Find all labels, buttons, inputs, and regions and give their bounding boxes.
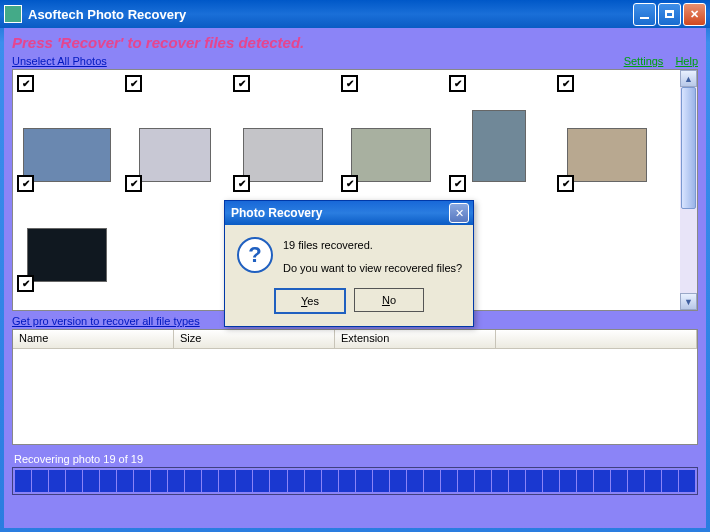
progress-segment <box>185 470 201 492</box>
thumb-checkbox[interactable] <box>449 175 466 192</box>
dialog-buttons: Yes No <box>225 284 473 326</box>
close-button[interactable] <box>683 3 706 26</box>
scroll-down-arrow[interactable]: ▼ <box>680 293 697 310</box>
scroll-thumb[interactable] <box>681 87 696 209</box>
photo-thumb[interactable] <box>121 94 229 194</box>
col-size[interactable]: Size <box>174 330 335 348</box>
photo-thumb[interactable] <box>337 94 445 194</box>
col-extension[interactable]: Extension <box>335 330 496 348</box>
thumb-checkbox[interactable] <box>233 75 250 92</box>
progress-segment <box>15 470 31 492</box>
thumb-image <box>472 110 526 182</box>
photo-thumb[interactable] <box>553 94 661 194</box>
thumb-checkbox[interactable] <box>341 75 358 92</box>
progress-segment <box>628 470 644 492</box>
progress-bar <box>12 467 698 495</box>
thumb-image <box>351 128 431 182</box>
thumb-image <box>23 128 111 182</box>
thumb-checkbox[interactable] <box>341 175 358 192</box>
progress-segment <box>134 470 150 492</box>
yes-button[interactable]: Yes <box>274 288 346 314</box>
vertical-scrollbar[interactable]: ▲ ▼ <box>680 70 697 310</box>
progress-segment <box>424 470 440 492</box>
photo-thumb[interactable] <box>121 76 229 94</box>
progress-segment <box>390 470 406 492</box>
help-link[interactable]: Help <box>675 55 698 67</box>
maximize-button[interactable] <box>658 3 681 26</box>
recovery-dialog: Photo Recovery ✕ ? 19 files recovered. D… <box>224 200 474 327</box>
progress-segment <box>151 470 167 492</box>
window-title: Asoftech Photo Recovery <box>28 7 631 22</box>
progress-segment <box>679 470 695 492</box>
progress-segment <box>645 470 661 492</box>
col-name[interactable]: Name <box>13 330 174 348</box>
dialog-line2: Do you want to view recovered files? <box>283 260 462 277</box>
dialog-text: 19 files recovered. Do you want to view … <box>283 237 462 276</box>
photo-thumb[interactable] <box>229 94 337 194</box>
unselect-all-link[interactable]: Unselect All Photos <box>12 55 107 67</box>
thumb-checkbox[interactable] <box>125 75 142 92</box>
thumb-checkbox[interactable] <box>17 275 34 292</box>
scroll-up-arrow[interactable]: ▲ <box>680 70 697 87</box>
progress-segment <box>526 470 542 492</box>
thumb-image <box>139 128 211 182</box>
minimize-button[interactable] <box>633 3 656 26</box>
col-empty[interactable] <box>496 330 697 348</box>
photo-thumb[interactable] <box>13 76 121 94</box>
thumb-checkbox[interactable] <box>17 175 34 192</box>
progress-segment <box>305 470 321 492</box>
table-header: Name Size Extension <box>13 330 697 349</box>
progress-segment <box>441 470 457 492</box>
dialog-title: Photo Recovery <box>229 206 449 220</box>
thumb-checkbox[interactable] <box>449 75 466 92</box>
progress-segment <box>236 470 252 492</box>
progress-segment <box>117 470 133 492</box>
thumb-image <box>567 128 647 182</box>
dialog-body: ? 19 files recovered. Do you want to vie… <box>225 225 473 284</box>
progress-segment <box>288 470 304 492</box>
thumb-checkbox[interactable] <box>557 175 574 192</box>
progress-segment <box>577 470 593 492</box>
progress-segment <box>611 470 627 492</box>
photo-thumb[interactable] <box>445 94 553 194</box>
progress-segment <box>253 470 269 492</box>
progress-segment <box>662 470 678 492</box>
photo-thumb[interactable] <box>13 194 121 294</box>
dialog-close-button[interactable]: ✕ <box>449 203 469 223</box>
status-text: Recovering photo 19 of 19 <box>14 453 698 465</box>
progress-segment <box>594 470 610 492</box>
no-button[interactable]: No <box>354 288 424 312</box>
progress-segment <box>100 470 116 492</box>
dialog-titlebar: Photo Recovery ✕ <box>225 201 473 225</box>
thumb-checkbox[interactable] <box>125 175 142 192</box>
progress-segment <box>407 470 423 492</box>
thumb-image <box>243 128 323 182</box>
progress-segment <box>270 470 286 492</box>
progress-segment <box>458 470 474 492</box>
progress-segment <box>32 470 48 492</box>
app-window: Asoftech Photo Recovery Press 'Recover' … <box>0 0 710 532</box>
progress-segment <box>339 470 355 492</box>
progress-segment <box>219 470 235 492</box>
titlebar: Asoftech Photo Recovery <box>0 0 710 28</box>
thumb-checkbox[interactable] <box>557 75 574 92</box>
progress-segment <box>492 470 508 492</box>
thumb-checkbox[interactable] <box>17 75 34 92</box>
app-icon <box>4 5 22 23</box>
instruction-text: Press 'Recover' to recover files detecte… <box>12 32 698 55</box>
settings-link[interactable]: Settings <box>624 55 664 67</box>
progress-segment <box>66 470 82 492</box>
links-row: Unselect All Photos Settings Help <box>12 55 698 67</box>
thumb-checkbox[interactable] <box>233 175 250 192</box>
progress-segment <box>543 470 559 492</box>
photo-thumb[interactable] <box>229 76 337 94</box>
photo-thumb[interactable] <box>445 76 553 94</box>
photo-thumb[interactable] <box>13 94 121 194</box>
photo-thumb[interactable] <box>553 76 661 94</box>
progress-segment <box>356 470 372 492</box>
progress-segment <box>373 470 389 492</box>
dialog-line1: 19 files recovered. <box>283 237 462 254</box>
progress-segment <box>83 470 99 492</box>
photo-thumb[interactable] <box>337 76 445 94</box>
scroll-track[interactable] <box>680 87 697 293</box>
